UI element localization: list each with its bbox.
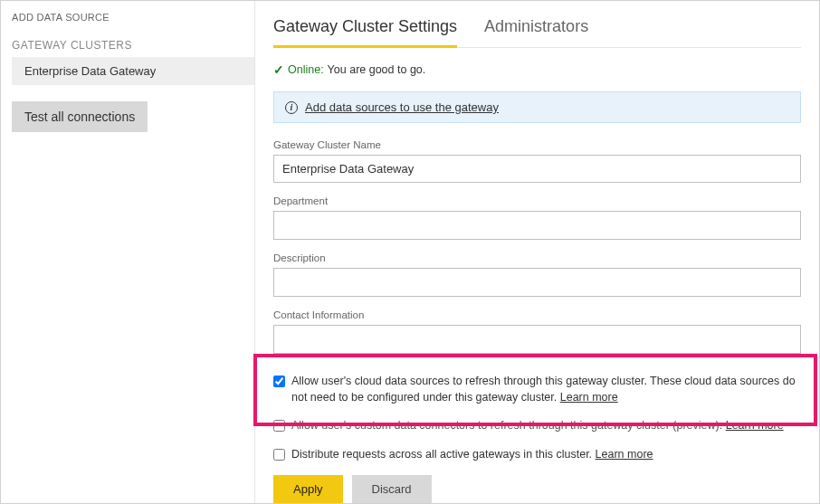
option-cloud-refresh[interactable]: Allow user's cloud data sources to refre… <box>273 374 801 405</box>
input-department[interactable] <box>273 211 801 240</box>
input-contact-info[interactable] <box>273 325 801 354</box>
checkbox-cloud-refresh[interactable] <box>273 376 285 387</box>
tab-gateway-cluster-settings[interactable]: Gateway Cluster Settings <box>273 17 457 48</box>
learn-more-distribute[interactable]: Learn more <box>596 448 653 461</box>
option-custom-connectors-label: Allow user's custom data connectors to r… <box>291 419 722 432</box>
learn-more-cloud-refresh[interactable]: Learn more <box>560 391 618 404</box>
main-content: Gateway Cluster Settings Administrators … <box>254 1 819 503</box>
gateway-clusters-heading: GATEWAY CLUSTERS <box>12 39 254 52</box>
checkbox-distribute-requests[interactable] <box>273 449 285 461</box>
label-contact-info: Contact Information <box>273 309 801 320</box>
status-row: ✓ Online: You are good to go. <box>273 62 801 77</box>
apply-button[interactable]: Apply <box>273 475 343 503</box>
option-distribute-requests-label: Distribute requests across all active ga… <box>291 448 592 461</box>
discard-button[interactable]: Discard <box>352 475 432 503</box>
label-department: Department <box>273 195 801 206</box>
option-distribute-requests-wrap: Distribute requests across all active ga… <box>291 447 653 463</box>
option-distribute-requests[interactable]: Distribute requests across all active ga… <box>273 447 801 463</box>
status-text: You are good to go. <box>328 63 426 76</box>
test-all-connections-button[interactable]: Test all connections <box>12 101 148 132</box>
button-row: Apply Discard <box>273 475 801 503</box>
add-data-source-link[interactable]: ADD DATA SOURCE <box>12 12 254 23</box>
label-description: Description <box>273 252 801 263</box>
add-data-sources-link[interactable]: Add data sources to use the gateway <box>305 100 499 114</box>
option-cloud-refresh-label: Allow user's cloud data sources to refre… <box>291 375 796 404</box>
option-custom-connectors[interactable]: Allow user's custom data connectors to r… <box>273 418 801 434</box>
option-cloud-refresh-wrap: Allow user's cloud data sources to refre… <box>291 374 801 405</box>
tab-administrators[interactable]: Administrators <box>484 17 588 48</box>
status-label: Online: <box>288 63 324 76</box>
info-banner: i Add data sources to use the gateway <box>273 91 801 123</box>
sidebar-cluster-item[interactable]: Enterprise Data Gateway <box>12 57 254 85</box>
option-custom-connectors-wrap: Allow user's custom data connectors to r… <box>291 418 784 434</box>
input-description[interactable] <box>273 268 801 297</box>
label-cluster-name: Gateway Cluster Name <box>273 139 801 150</box>
tab-bar: Gateway Cluster Settings Administrators <box>273 17 801 48</box>
checkmark-icon: ✓ <box>273 62 284 77</box>
info-icon: i <box>285 101 298 114</box>
input-cluster-name[interactable] <box>273 155 801 183</box>
sidebar: ADD DATA SOURCE GATEWAY CLUSTERS Enterpr… <box>1 1 254 503</box>
checkbox-custom-connectors[interactable] <box>273 420 285 432</box>
learn-more-custom-connectors[interactable]: Learn more <box>726 419 784 432</box>
